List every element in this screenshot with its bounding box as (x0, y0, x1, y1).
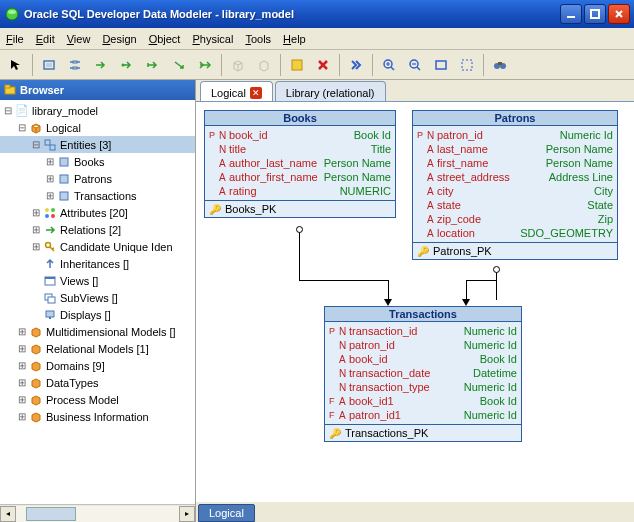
scroll-left-arrow[interactable]: ◂ (0, 506, 16, 522)
menu-tools[interactable]: Tools (245, 33, 271, 45)
toolbar-note-icon[interactable] (285, 53, 309, 77)
svg-rect-7 (73, 67, 77, 69)
cube-icon (28, 360, 44, 372)
svg-rect-16 (498, 62, 502, 65)
attr-row: N patron_idNumeric Id (329, 338, 517, 352)
svg-point-27 (51, 214, 55, 218)
menu-physical[interactable]: Physical (192, 33, 233, 45)
attr-row: A first_namePerson Name (417, 156, 613, 170)
menu-edit[interactable]: Edit (36, 33, 55, 45)
tab-close-icon[interactable]: ✕ (250, 87, 262, 99)
tree-domains[interactable]: ⊞Domains [9] (0, 357, 195, 374)
tree-entity-transactions[interactable]: ⊞Transactions (0, 187, 195, 204)
entity-patrons[interactable]: Patrons PN patron_idNumeric IdA last_nam… (412, 110, 618, 260)
toolbar-arrow-4[interactable] (167, 53, 191, 77)
cube-icon (28, 122, 44, 134)
toolbar-delete-icon[interactable] (311, 53, 335, 77)
fit-screen-icon[interactable] (429, 53, 453, 77)
cube-icon (28, 326, 44, 338)
diagram-canvas[interactable]: Books PN book_idBook IdN titleTitleA aut… (196, 102, 634, 502)
attr-row: PN transaction_idNumeric Id (329, 324, 517, 338)
tree-relational[interactable]: ⊞Relational Models [1] (0, 340, 195, 357)
menu-file[interactable]: File (6, 33, 24, 45)
menu-help[interactable]: Help (283, 33, 306, 45)
connector-source-icon (493, 266, 500, 273)
tree-entities[interactable]: ⊟Entities [3] (0, 136, 195, 153)
tree-inheritances[interactable]: Inheritances [] (0, 255, 195, 272)
minimize-button[interactable] (560, 4, 582, 24)
toolbar-arrow-5[interactable] (193, 53, 217, 77)
menu-design[interactable]: Design (102, 33, 136, 45)
svg-point-25 (51, 208, 55, 212)
attr-row: A last_namePerson Name (417, 142, 613, 156)
tree-attributes[interactable]: ⊞Attributes [20] (0, 204, 195, 221)
tree-business[interactable]: ⊞Business Information (0, 408, 195, 425)
attr-row: A stateState (417, 198, 613, 212)
tree-candidate-unique[interactable]: ⊞Candidate Unique Iden (0, 238, 195, 255)
zoom-select-icon[interactable] (455, 53, 479, 77)
connector-line (466, 280, 467, 300)
toolbar-arrow-1[interactable] (89, 53, 113, 77)
binoculars-icon[interactable] (488, 53, 512, 77)
attr-row: N titleTitle (209, 142, 391, 156)
svg-rect-19 (45, 140, 50, 145)
connector-arrow-icon (384, 299, 392, 306)
svg-rect-33 (46, 311, 54, 317)
menu-bar: File Edit View Design Object Physical To… (0, 28, 634, 50)
toolbar-icon-1[interactable] (37, 53, 61, 77)
displays-icon (42, 309, 58, 321)
toolbar-cube-1[interactable] (226, 53, 250, 77)
sidebar-hscroll[interactable]: ◂ ▸ (0, 504, 195, 522)
toolbar-icon-2[interactable] (63, 53, 87, 77)
entity-attrs: PN book_idBook IdN titleTitleA author_la… (205, 126, 395, 200)
tree-root[interactable]: ⊟📄library_model (0, 102, 195, 119)
tree-entity-patrons[interactable]: ⊞Patrons (0, 170, 195, 187)
key-icon: 🔑 (209, 204, 221, 215)
tree-datatypes[interactable]: ⊞DataTypes (0, 374, 195, 391)
tree-entity-books[interactable]: ⊞Books (0, 153, 195, 170)
key-icon: 🔑 (329, 428, 341, 439)
attr-row: FA patron_id1Numeric Id (329, 408, 517, 422)
toolbar (0, 50, 634, 80)
entity-books[interactable]: Books PN book_idBook IdN titleTitleA aut… (204, 110, 396, 218)
tab-relational[interactable]: Library (relational) (275, 81, 386, 101)
tab-logical[interactable]: Logical ✕ (200, 81, 273, 101)
browser-panel-title: Browser (0, 80, 195, 100)
zoom-out-icon[interactable] (403, 53, 427, 77)
views-icon (42, 275, 58, 287)
tree-relations[interactable]: ⊞Relations [2] (0, 221, 195, 238)
attr-row: N transaction_typeNumeric Id (329, 380, 517, 394)
inheritance-icon (42, 258, 58, 270)
pointer-tool-icon[interactable] (4, 53, 28, 77)
tree-subviews[interactable]: SubViews [] (0, 289, 195, 306)
attr-row: A ratingNUMERIC (209, 184, 391, 198)
svg-rect-3 (591, 10, 599, 18)
maximize-button[interactable] (584, 4, 606, 24)
tree-process[interactable]: ⊞Process Model (0, 391, 195, 408)
tree-views[interactable]: Views [] (0, 272, 195, 289)
toolbar-skip-icon[interactable] (344, 53, 368, 77)
menu-view[interactable]: View (67, 33, 91, 45)
svg-rect-6 (73, 61, 77, 63)
tree-multidim[interactable]: ⊞Multidimensional Models [] (0, 323, 195, 340)
subviews-icon (42, 292, 58, 304)
svg-rect-30 (45, 277, 55, 279)
bottom-tab-logical[interactable]: Logical (198, 504, 255, 522)
toolbar-arrow-2[interactable] (115, 53, 139, 77)
close-button[interactable] (608, 4, 630, 24)
browser-tree[interactable]: ⊟📄library_model ⊟Logical ⊟Entities [3] ⊞… (0, 100, 195, 504)
entity-icon (56, 190, 72, 202)
zoom-in-icon[interactable] (377, 53, 401, 77)
tree-displays[interactable]: Displays [] (0, 306, 195, 323)
svg-rect-13 (462, 60, 472, 70)
entity-pk: 🔑Transactions_PK (325, 424, 521, 441)
scroll-thumb[interactable] (26, 507, 76, 521)
entity-transactions[interactable]: Transactions PN transaction_idNumeric Id… (324, 306, 522, 442)
connector-source-icon (296, 226, 303, 233)
scroll-right-arrow[interactable]: ▸ (179, 506, 195, 522)
tree-logical[interactable]: ⊟Logical (0, 119, 195, 136)
toolbar-arrow-3[interactable] (141, 53, 165, 77)
toolbar-cube-2[interactable] (252, 53, 276, 77)
menu-object[interactable]: Object (149, 33, 181, 45)
entities-icon (42, 139, 58, 151)
